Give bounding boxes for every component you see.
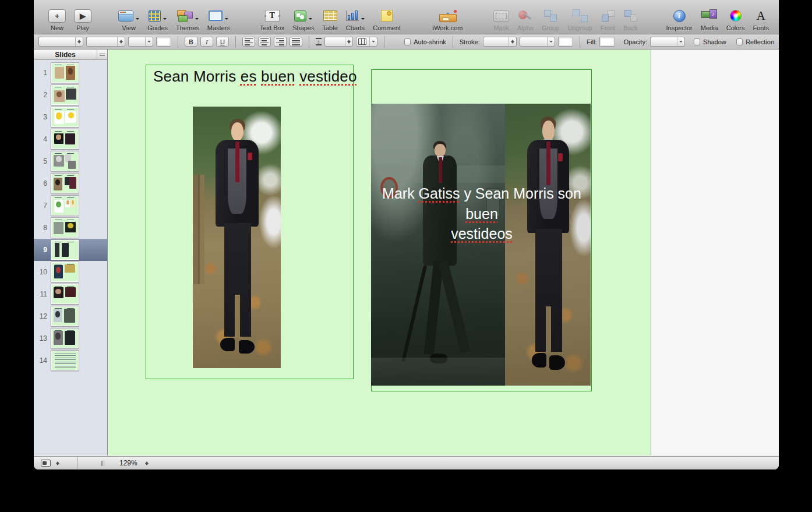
- slide-thumbnail-row-5[interactable]: 5: [34, 150, 107, 172]
- navigator-view-icon[interactable]: [41, 460, 51, 467]
- table-button[interactable]: Table: [322, 8, 337, 31]
- charts-menu-button[interactable]: Charts: [346, 8, 365, 31]
- view-menu-button[interactable]: View: [118, 8, 139, 31]
- slide-thumbnail-row-6[interactable]: 6: [34, 172, 107, 195]
- slide-editor[interactable]: Sean Morris es buen vestideo: [108, 50, 651, 455]
- slide-thumbnail[interactable]: [51, 351, 79, 370]
- font-family-combo[interactable]: [38, 37, 83, 47]
- slide-thumbnail[interactable]: [51, 63, 79, 83]
- typeface-combo[interactable]: [86, 37, 125, 47]
- zoom-stepper[interactable]: [143, 457, 150, 469]
- shapes-menu-button[interactable]: Shapes: [292, 8, 314, 31]
- chevron-down-icon: [163, 18, 167, 22]
- line-spacing-combo[interactable]: [324, 37, 353, 47]
- slide-thumbnail-row-10[interactable]: 10: [34, 261, 107, 283]
- slide-thumbnail-row-9[interactable]: 9: [34, 239, 107, 261]
- line-spacing-icon: ↕: [316, 38, 322, 45]
- content-area: Slides 1234567891011121314 Sean Morris e…: [34, 50, 779, 455]
- divider: [580, 36, 580, 48]
- shadow-checkbox[interactable]: [694, 38, 700, 45]
- slide-thumbnail-row-3[interactable]: 3: [34, 106, 107, 128]
- slides-panel: Slides 1234567891011121314: [34, 50, 108, 455]
- slide-thumbnail-row-12[interactable]: 12: [34, 305, 107, 327]
- thumbnail-photo: [65, 200, 70, 207]
- opacity-combo[interactable]: [650, 37, 685, 47]
- slide-number: 11: [34, 290, 51, 298]
- themes-menu-button[interactable]: Themes: [176, 8, 199, 31]
- divider: [384, 36, 384, 48]
- bold-button[interactable]: B: [185, 37, 197, 47]
- guides-menu-button[interactable]: Guides: [147, 8, 168, 31]
- slide-thumbnail-row-14[interactable]: 14: [34, 349, 107, 372]
- slide-thumbnail[interactable]: [51, 284, 79, 304]
- slide-thumbnail-row-7[interactable]: 7: [34, 195, 107, 217]
- columns-combo[interactable]: [356, 37, 377, 47]
- fonts-button[interactable]: A Fonts: [753, 8, 769, 31]
- align-center-button[interactable]: [258, 37, 271, 47]
- sean-morris-photo-2[interactable]: [505, 104, 591, 386]
- slide-title-text[interactable]: Sean Morris es buen vestideo: [153, 68, 357, 86]
- text-run: Mark: [382, 185, 419, 202]
- fill-color-well[interactable]: [599, 37, 615, 47]
- play-button[interactable]: ▶ Play: [74, 8, 91, 31]
- reflection-checkbox[interactable]: [736, 38, 743, 45]
- font-size-combo[interactable]: [128, 37, 153, 47]
- mark-gatiss-photo[interactable]: [371, 104, 505, 386]
- iwork-upload-button[interactable]: iWork.com: [433, 8, 463, 31]
- masters-menu-button[interactable]: Masters: [207, 8, 230, 31]
- thumbnail-photo: [69, 177, 77, 189]
- slide-thumbnail-row-8[interactable]: 8: [34, 217, 107, 239]
- toolbar-label: Ungroup: [567, 24, 592, 31]
- misspelled-word: buen: [465, 206, 498, 222]
- slide-thumbnail[interactable]: [51, 107, 79, 127]
- status-bar: 129%: [34, 456, 779, 469]
- group-icon: [543, 9, 558, 22]
- stroke-color-well[interactable]: [558, 37, 573, 47]
- text-box-button[interactable]: T Text Box: [260, 8, 284, 31]
- inspector-button[interactable]: i Inspector: [666, 8, 692, 31]
- align-right-button[interactable]: [274, 37, 287, 47]
- auto-shrink-checkbox[interactable]: [404, 38, 411, 45]
- slide-thumbnail-row-11[interactable]: 11: [34, 283, 107, 305]
- slide-thumbnail[interactable]: [51, 151, 79, 171]
- view-mode-stepper[interactable]: [54, 457, 61, 469]
- slide-thumbnail-row-13[interactable]: 13: [34, 327, 107, 349]
- slide-number: 5: [34, 157, 51, 165]
- toolbar: + New ▶ Play View Guides Themes: [34, 0, 779, 34]
- slide-thumbnail[interactable]: [51, 329, 79, 348]
- slide-thumbnail[interactable]: [51, 129, 79, 149]
- alpha-button: Alpha: [517, 8, 534, 31]
- slide-thumbnail-row-4[interactable]: 4: [34, 128, 107, 150]
- panel-grip-icon[interactable]: [97, 50, 107, 59]
- text-color-well[interactable]: [156, 37, 171, 47]
- align-left-button[interactable]: [242, 37, 255, 47]
- slide-number: 12: [34, 312, 51, 320]
- stroke-style-combo[interactable]: [520, 37, 556, 47]
- slide-thumbnail[interactable]: [51, 240, 79, 260]
- toolbar-label: Media: [701, 24, 718, 31]
- slide-thumbnail[interactable]: [51, 306, 79, 326]
- slide-thumbnail[interactable]: [51, 218, 79, 238]
- new-slide-button[interactable]: + New: [48, 8, 66, 31]
- slide-thumbnail-row-2[interactable]: 2: [34, 84, 107, 106]
- panel-resize-grip[interactable]: [101, 461, 104, 466]
- keynote-window: + New ▶ Play View Guides Themes: [34, 0, 779, 469]
- misspelled-word: es: [241, 68, 257, 85]
- toolbar-label: View: [122, 24, 136, 31]
- stroke-width-combo[interactable]: [483, 37, 517, 47]
- bring-front-button: Front: [601, 8, 616, 31]
- slide-thumbnail[interactable]: [51, 85, 79, 105]
- slide-number: 2: [34, 91, 51, 99]
- slide-thumbnail[interactable]: [51, 196, 79, 216]
- italic-button[interactable]: I: [200, 37, 213, 47]
- media-button[interactable]: ♪ Media: [701, 8, 718, 31]
- slide-thumbnail[interactable]: [51, 262, 79, 282]
- align-justify-button[interactable]: [290, 37, 302, 47]
- slide-thumbnail[interactable]: [51, 174, 79, 193]
- underline-button[interactable]: U: [216, 37, 229, 47]
- overlay-caption-text[interactable]: Mark Gatiss y Sean Morris son buen vesti…: [364, 183, 599, 244]
- colors-button[interactable]: Colors: [726, 8, 745, 31]
- comment-button[interactable]: Comment: [373, 8, 401, 31]
- sean-morris-photo[interactable]: [193, 107, 281, 368]
- slide-thumbnail-row-1[interactable]: 1: [34, 62, 107, 84]
